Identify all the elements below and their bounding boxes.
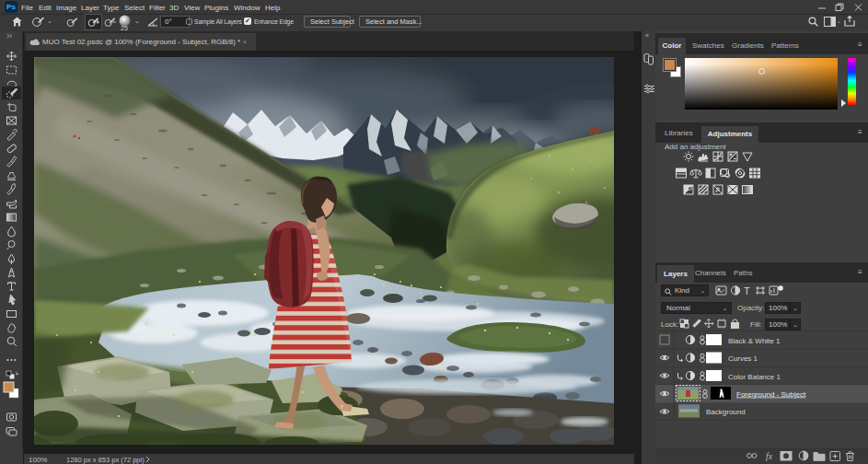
svg-text:Color Balance 1: Color Balance 1 — [728, 373, 781, 381]
svg-text:Background: Background — [706, 408, 746, 416]
svg-text:Curves 1: Curves 1 — [728, 354, 758, 363]
svg-text:Foreground - Subject: Foreground - Subject — [736, 390, 806, 399]
svg-text:Black & White 1: Black & White 1 — [728, 337, 781, 345]
svg-text:fx: fx — [766, 451, 773, 461]
svg-text:T: T — [744, 285, 750, 296]
